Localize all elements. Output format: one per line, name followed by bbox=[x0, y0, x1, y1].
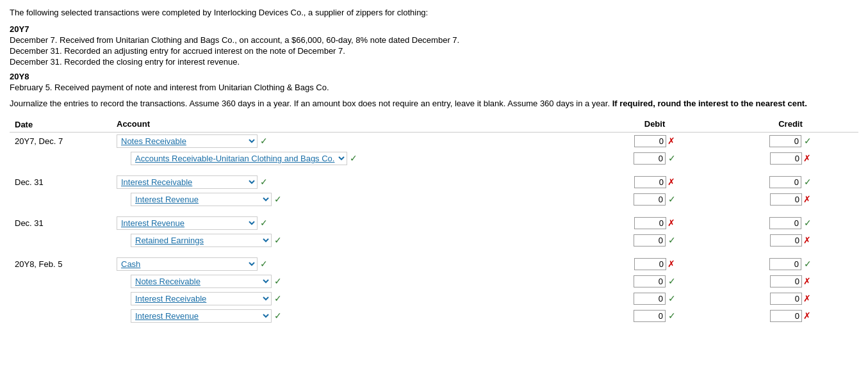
credit-input[interactable] bbox=[769, 135, 801, 147]
entry-date: 20Y8, Feb. 5 bbox=[10, 255, 111, 273]
intro-main: The following selected transactions were… bbox=[10, 6, 858, 19]
account-select[interactable]: Interest Revenue bbox=[131, 193, 272, 206]
account-select[interactable]: Notes Receivable bbox=[117, 134, 258, 148]
credit-check-icon: ✓ bbox=[804, 136, 812, 146]
debit-cell: ✓ bbox=[587, 232, 723, 249]
account-check-icon: ✓ bbox=[274, 276, 282, 286]
account-cell: Retained Earnings✓ bbox=[111, 232, 587, 249]
credit-cell: ✓ bbox=[723, 214, 858, 232]
account-select[interactable]: Cash bbox=[117, 257, 258, 271]
credit-x-icon: ✗ bbox=[803, 293, 811, 303]
debit-cell: ✓ bbox=[587, 290, 723, 307]
credit-x-icon: ✗ bbox=[803, 194, 811, 204]
instruction-regular: Journalize the entries to record the tra… bbox=[10, 99, 610, 108]
debit-input[interactable] bbox=[634, 176, 666, 188]
debit-input[interactable] bbox=[634, 152, 666, 165]
credit-cell: ✗ bbox=[723, 290, 858, 307]
header-date: Date bbox=[10, 116, 111, 133]
entry-date bbox=[10, 307, 111, 325]
credit-x-icon: ✗ bbox=[803, 235, 811, 245]
debit-input[interactable] bbox=[634, 234, 666, 247]
account-cell: Interest Revenue✓ bbox=[111, 307, 587, 325]
debit-input[interactable] bbox=[634, 193, 666, 206]
credit-cell: ✓ bbox=[723, 174, 858, 191]
account-cell: Interest Receivable✓ bbox=[111, 290, 587, 307]
journal-table: Date Account Debit Credit 20Y7, Dec. 7No… bbox=[10, 116, 858, 325]
entry-date: Dec. 31 bbox=[10, 214, 111, 232]
credit-cell: ✗ bbox=[723, 273, 858, 290]
credit-x-icon: ✗ bbox=[803, 276, 811, 286]
account-cell: Notes Receivable✓ bbox=[111, 133, 587, 150]
account-check-icon: ✓ bbox=[260, 177, 268, 187]
debit-input[interactable] bbox=[634, 293, 666, 305]
debit-x-icon: ✗ bbox=[667, 136, 675, 146]
header-debit: Debit bbox=[587, 116, 723, 133]
account-select[interactable]: Interest Revenue bbox=[131, 309, 272, 323]
account-check-icon: ✓ bbox=[350, 153, 357, 163]
account-select[interactable]: Notes Receivable bbox=[131, 275, 272, 288]
credit-input[interactable] bbox=[769, 258, 801, 270]
account-check-icon: ✓ bbox=[260, 136, 268, 146]
debit-input[interactable] bbox=[634, 310, 666, 322]
account-check-icon: ✓ bbox=[274, 194, 282, 204]
credit-cell: ✓ bbox=[723, 133, 858, 150]
credit-x-icon: ✗ bbox=[803, 153, 811, 163]
spacer-row bbox=[10, 208, 858, 214]
spacer-row bbox=[10, 167, 858, 174]
credit-cell: ✗ bbox=[723, 191, 858, 208]
credit-input[interactable] bbox=[770, 310, 802, 322]
account-check-icon: ✓ bbox=[260, 259, 268, 269]
instruction-bold: If required, round the interest to the n… bbox=[612, 99, 807, 108]
debit-check-icon: ✓ bbox=[668, 153, 676, 163]
year1-label: 20Y7 bbox=[10, 24, 858, 34]
debit-input[interactable] bbox=[634, 275, 666, 287]
entry-date bbox=[10, 290, 111, 307]
account-select[interactable]: Accounts Receivable-Unitarian Clothing a… bbox=[131, 152, 347, 165]
debit-input[interactable] bbox=[634, 258, 666, 270]
credit-input[interactable] bbox=[770, 152, 802, 165]
debit-input[interactable] bbox=[634, 135, 666, 147]
feb5-line: February 5. Received payment of note and… bbox=[10, 83, 858, 92]
debit-x-icon: ✗ bbox=[667, 259, 675, 269]
credit-input[interactable] bbox=[770, 193, 802, 206]
debit-x-icon: ✗ bbox=[667, 218, 675, 228]
account-cell: Interest Revenue✓ bbox=[111, 214, 587, 232]
credit-input[interactable] bbox=[769, 217, 801, 229]
account-select[interactable]: Interest Revenue bbox=[117, 216, 258, 230]
dec31b-line: December 31. Recorded the closing entry … bbox=[10, 57, 858, 67]
account-cell: Notes Receivable✓ bbox=[111, 273, 587, 290]
dec31a-line: December 31. Recorded an adjusting entry… bbox=[10, 46, 858, 56]
entry-date: 20Y7, Dec. 7 bbox=[10, 133, 111, 150]
entry-date bbox=[10, 273, 111, 290]
account-check-icon: ✓ bbox=[274, 235, 282, 245]
credit-input[interactable] bbox=[770, 293, 802, 305]
debit-input[interactable] bbox=[634, 217, 666, 229]
credit-cell: ✓ bbox=[723, 255, 858, 273]
credit-check-icon: ✓ bbox=[804, 218, 812, 228]
spacer-row bbox=[10, 249, 858, 255]
account-cell: Interest Revenue✓ bbox=[111, 191, 587, 208]
account-select[interactable]: Retained Earnings bbox=[131, 234, 272, 247]
entry-date bbox=[10, 150, 111, 167]
account-check-icon: ✓ bbox=[260, 218, 268, 228]
account-select[interactable]: Interest Receivable bbox=[131, 292, 272, 305]
account-select[interactable]: Interest Receivable bbox=[117, 175, 258, 189]
credit-input[interactable] bbox=[770, 234, 802, 247]
debit-cell: ✗ bbox=[587, 133, 723, 150]
debit-cell: ✓ bbox=[587, 307, 723, 325]
header-credit: Credit bbox=[723, 116, 858, 133]
account-cell: Accounts Receivable-Unitarian Clothing a… bbox=[111, 150, 587, 167]
entry-date bbox=[10, 191, 111, 208]
credit-input[interactable] bbox=[769, 176, 801, 188]
account-check-icon: ✓ bbox=[274, 293, 282, 303]
debit-cell: ✗ bbox=[587, 214, 723, 232]
debit-check-icon: ✓ bbox=[668, 235, 676, 245]
dec7-line: December 7. Received from Unitarian Clot… bbox=[10, 35, 858, 45]
credit-cell: ✗ bbox=[723, 307, 858, 325]
entry-date bbox=[10, 232, 111, 249]
account-cell: Interest Receivable✓ bbox=[111, 174, 587, 191]
credit-cell: ✗ bbox=[723, 150, 858, 167]
account-cell: Cash✓ bbox=[111, 255, 587, 273]
debit-check-icon: ✓ bbox=[668, 194, 676, 204]
credit-input[interactable] bbox=[770, 275, 802, 287]
